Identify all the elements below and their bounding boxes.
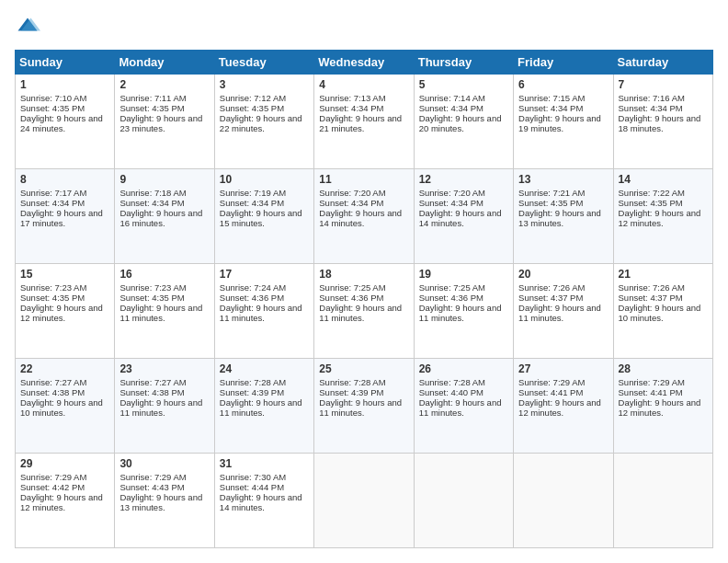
- daylight: Daylight: 9 hours and 11 minutes.: [220, 303, 302, 323]
- sunrise: Sunrise: 7:30 AM: [220, 472, 286, 482]
- day-number: 16: [119, 268, 209, 281]
- sunrise: Sunrise: 7:28 AM: [319, 377, 385, 387]
- day-number: 7: [619, 78, 708, 91]
- day-cell: 26Sunrise: 7:28 AMSunset: 4:40 PMDayligh…: [414, 359, 513, 454]
- day-cell: 9Sunrise: 7:18 AMSunset: 4:34 PMDaylight…: [115, 169, 214, 264]
- week-row-2: 8Sunrise: 7:17 AMSunset: 4:34 PMDaylight…: [16, 169, 713, 264]
- day-number: 19: [419, 268, 508, 281]
- daylight: Daylight: 9 hours and 17 minutes.: [20, 208, 103, 228]
- week-row-1: 1Sunrise: 7:10 AMSunset: 4:35 PMDaylight…: [16, 75, 713, 169]
- daylight: Daylight: 9 hours and 10 minutes.: [619, 303, 701, 323]
- col-header-wednesday: Wednesday: [314, 51, 414, 75]
- day-cell: 13Sunrise: 7:21 AMSunset: 4:35 PMDayligh…: [514, 169, 613, 264]
- daylight: Daylight: 9 hours and 11 minutes.: [419, 303, 502, 323]
- sunrise: Sunrise: 7:29 AM: [119, 472, 186, 482]
- day-cell: [514, 454, 613, 548]
- day-cell: 7Sunrise: 7:16 AMSunset: 4:34 PMDaylight…: [613, 75, 712, 169]
- logo-icon: [15, 15, 40, 40]
- day-cell: 6Sunrise: 7:15 AMSunset: 4:34 PMDaylight…: [514, 75, 613, 169]
- week-row-5: 29Sunrise: 7:29 AMSunset: 4:42 PMDayligh…: [16, 454, 713, 548]
- sunset: Sunset: 4:34 PM: [319, 103, 383, 113]
- daylight: Daylight: 9 hours and 19 minutes.: [518, 113, 601, 133]
- day-number: 26: [419, 362, 508, 375]
- sunset: Sunset: 4:41 PM: [619, 387, 683, 397]
- daylight: Daylight: 9 hours and 15 minutes.: [220, 208, 302, 228]
- day-cell: 2Sunrise: 7:11 AMSunset: 4:35 PMDaylight…: [115, 75, 214, 169]
- col-header-thursday: Thursday: [414, 51, 513, 75]
- sunset: Sunset: 4:39 PM: [319, 387, 383, 397]
- day-cell: 4Sunrise: 7:13 AMSunset: 4:34 PMDaylight…: [314, 75, 414, 169]
- sunset: Sunset: 4:34 PM: [220, 198, 284, 208]
- sunrise: Sunrise: 7:12 AM: [220, 93, 286, 103]
- day-cell: 8Sunrise: 7:17 AMSunset: 4:34 PMDaylight…: [16, 169, 115, 264]
- day-cell: 5Sunrise: 7:14 AMSunset: 4:34 PMDaylight…: [414, 75, 513, 169]
- sunrise: Sunrise: 7:18 AM: [119, 188, 186, 198]
- day-number: 13: [518, 173, 608, 186]
- sunrise: Sunrise: 7:23 AM: [20, 282, 86, 293]
- day-cell: 14Sunrise: 7:22 AMSunset: 4:35 PMDayligh…: [613, 169, 712, 264]
- sunrise: Sunrise: 7:26 AM: [518, 282, 585, 293]
- day-number: 12: [419, 173, 508, 186]
- daylight: Daylight: 9 hours and 13 minutes.: [119, 492, 202, 512]
- daylight: Daylight: 9 hours and 20 minutes.: [419, 113, 502, 133]
- sunrise: Sunrise: 7:19 AM: [220, 188, 286, 198]
- sunrise: Sunrise: 7:22 AM: [619, 188, 685, 198]
- day-number: 25: [319, 362, 408, 375]
- day-cell: 25Sunrise: 7:28 AMSunset: 4:39 PMDayligh…: [314, 359, 414, 454]
- sunset: Sunset: 4:43 PM: [119, 482, 184, 492]
- day-number: 23: [119, 362, 209, 375]
- daylight: Daylight: 9 hours and 10 minutes.: [20, 397, 103, 418]
- day-cell: [314, 454, 414, 548]
- sunrise: Sunrise: 7:20 AM: [419, 188, 485, 198]
- col-header-tuesday: Tuesday: [214, 51, 313, 75]
- sunset: Sunset: 4:35 PM: [119, 103, 184, 113]
- sunset: Sunset: 4:40 PM: [419, 387, 483, 397]
- day-number: 17: [220, 268, 309, 281]
- day-number: 4: [319, 78, 408, 91]
- sunrise: Sunrise: 7:13 AM: [319, 93, 385, 103]
- day-cell: 23Sunrise: 7:27 AMSunset: 4:38 PMDayligh…: [115, 359, 214, 454]
- sunset: Sunset: 4:34 PM: [319, 198, 383, 208]
- daylight: Daylight: 9 hours and 21 minutes.: [319, 113, 402, 133]
- day-cell: 17Sunrise: 7:24 AMSunset: 4:36 PMDayligh…: [214, 264, 313, 359]
- daylight: Daylight: 9 hours and 11 minutes.: [119, 303, 202, 323]
- header: [15, 15, 713, 40]
- sunrise: Sunrise: 7:29 AM: [518, 377, 585, 387]
- day-number: 27: [518, 362, 608, 375]
- sunset: Sunset: 4:35 PM: [20, 293, 85, 303]
- day-cell: 21Sunrise: 7:26 AMSunset: 4:37 PMDayligh…: [613, 264, 712, 359]
- daylight: Daylight: 9 hours and 12 minutes.: [619, 397, 701, 418]
- sunrise: Sunrise: 7:24 AM: [220, 282, 286, 293]
- sunset: Sunset: 4:35 PM: [20, 103, 85, 113]
- sunrise: Sunrise: 7:28 AM: [419, 377, 485, 387]
- day-cell: 12Sunrise: 7:20 AMSunset: 4:34 PMDayligh…: [414, 169, 513, 264]
- day-cell: 20Sunrise: 7:26 AMSunset: 4:37 PMDayligh…: [514, 264, 613, 359]
- sunset: Sunset: 4:34 PM: [419, 103, 483, 113]
- day-number: 2: [119, 78, 209, 91]
- sunset: Sunset: 4:35 PM: [518, 198, 583, 208]
- col-header-saturday: Saturday: [613, 51, 712, 75]
- daylight: Daylight: 9 hours and 12 minutes.: [20, 303, 103, 323]
- sunset: Sunset: 4:34 PM: [419, 198, 483, 208]
- sunrise: Sunrise: 7:27 AM: [119, 377, 186, 387]
- day-number: 30: [119, 457, 209, 470]
- sunrise: Sunrise: 7:25 AM: [419, 282, 485, 293]
- col-header-sunday: Sunday: [16, 51, 115, 75]
- sunrise: Sunrise: 7:14 AM: [419, 93, 485, 103]
- daylight: Daylight: 9 hours and 12 minutes.: [518, 397, 601, 418]
- sunrise: Sunrise: 7:23 AM: [119, 282, 186, 293]
- day-cell: 27Sunrise: 7:29 AMSunset: 4:41 PMDayligh…: [514, 359, 613, 454]
- day-cell: 30Sunrise: 7:29 AMSunset: 4:43 PMDayligh…: [115, 454, 214, 548]
- sunrise: Sunrise: 7:29 AM: [20, 472, 86, 482]
- sunset: Sunset: 4:39 PM: [220, 387, 284, 397]
- day-number: 28: [619, 362, 708, 375]
- day-number: 3: [220, 78, 309, 91]
- day-number: 15: [20, 268, 109, 281]
- calendar: SundayMondayTuesdayWednesdayThursdayFrid…: [15, 50, 713, 548]
- day-cell: 19Sunrise: 7:25 AMSunset: 4:36 PMDayligh…: [414, 264, 513, 359]
- sunset: Sunset: 4:44 PM: [220, 482, 284, 492]
- sunset: Sunset: 4:36 PM: [220, 293, 284, 303]
- day-number: 21: [619, 268, 708, 281]
- daylight: Daylight: 9 hours and 13 minutes.: [518, 208, 601, 228]
- day-cell: 22Sunrise: 7:27 AMSunset: 4:38 PMDayligh…: [16, 359, 115, 454]
